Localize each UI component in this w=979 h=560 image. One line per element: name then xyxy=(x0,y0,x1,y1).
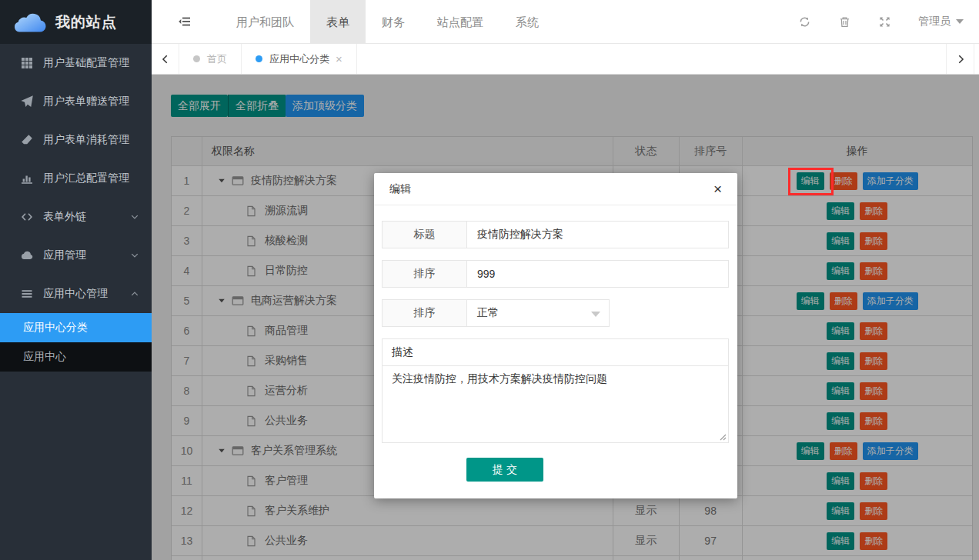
cloud-icon xyxy=(20,249,33,262)
modal-body: 标题疫情防控解决方案排序999排序正常 描述 关注疫情防控，用技术方案解决疫情防… xyxy=(374,205,737,482)
eraser-icon xyxy=(20,134,33,146)
sidebar-item-label: 用户表单消耗管理 xyxy=(43,133,129,147)
refresh-icon[interactable] xyxy=(784,16,824,28)
sidebar-item-label: 应用中心管理 xyxy=(43,287,108,301)
chevron-down-icon xyxy=(130,251,139,260)
tab-label: 首页 xyxy=(207,52,227,66)
topbar: 用户和团队表单财务站点配置系统 管理员 xyxy=(152,0,979,44)
description-value: 关注疫情防控，用技术方案解决疫情防控问题 xyxy=(392,372,607,385)
submit-button[interactable]: 提 交 xyxy=(466,458,543,482)
fullscreen-icon[interactable] xyxy=(864,16,904,28)
tabs: 首页应用中心分类× xyxy=(179,44,357,74)
send-icon xyxy=(20,95,33,108)
annotation-highlight-box xyxy=(788,168,834,195)
user-menu[interactable]: 管理员 xyxy=(904,15,979,28)
form-field: 排序999 xyxy=(382,260,729,288)
site-title: 我的站点 xyxy=(55,12,117,32)
sidebar-item-label: 用户表单赠送管理 xyxy=(43,95,129,108)
description-group: 描述 关注疫情防控，用技术方案解决疫情防控问题 xyxy=(382,338,729,443)
tabs-scroll-left-button[interactable] xyxy=(152,44,179,74)
chevron-up-icon xyxy=(130,289,139,298)
topnav: 用户和团队表单财务站点配置系统 xyxy=(220,0,555,44)
sidebar-subitem[interactable]: 应用中心分类 xyxy=(0,313,152,342)
sidebar-subitem[interactable]: 应用中心 xyxy=(0,342,152,372)
sort-input[interactable]: 999 xyxy=(467,261,728,287)
sidebar-item[interactable]: 用户表单消耗管理 xyxy=(0,121,152,159)
tab-dot xyxy=(193,55,200,62)
tab-dot xyxy=(256,55,262,62)
modal-fields: 标题疫情防控解决方案排序999排序正常 xyxy=(382,221,729,327)
sidebar-item[interactable]: 用户基础配置管理 xyxy=(0,44,152,82)
cloud-logo-icon xyxy=(12,11,48,34)
description-label: 描述 xyxy=(383,339,728,366)
grid-icon xyxy=(20,57,33,69)
topnav-item[interactable]: 财务 xyxy=(366,0,421,44)
status-select[interactable]: 正常 xyxy=(467,300,609,326)
close-icon[interactable]: × xyxy=(713,182,722,196)
code-icon xyxy=(20,211,33,223)
sidebar-menu: 用户基础配置管理用户表单赠送管理用户表单消耗管理用户汇总配置管理表单外链应用管理… xyxy=(0,44,152,313)
sidebar-item-label: 表单外链 xyxy=(43,210,86,224)
field-label: 排序 xyxy=(383,261,467,287)
sidebar-item[interactable]: 应用中心管理 xyxy=(0,275,152,313)
sidebar-item[interactable]: 用户表单赠送管理 xyxy=(0,82,152,121)
tab-label: 应用中心分类 xyxy=(269,52,329,66)
user-label: 管理员 xyxy=(918,15,951,28)
main-content: 全部展开全部折叠添加顶级分类 权限名称 状态 排序号 操作 1疫情防控解决方案编… xyxy=(152,75,979,560)
topnav-item[interactable]: 表单 xyxy=(310,0,366,44)
sidebar-item[interactable]: 应用管理 xyxy=(0,236,152,275)
logo[interactable]: 我的站点 xyxy=(0,0,152,44)
chevron-down-icon xyxy=(130,212,139,222)
select-caret-icon xyxy=(591,312,600,317)
edit-modal: 编辑 × 标题疫情防控解决方案排序999排序正常 描述 关注疫情防控，用技术方案… xyxy=(374,173,737,498)
tab[interactable]: 应用中心分类× xyxy=(242,44,357,74)
field-label: 标题 xyxy=(383,222,467,248)
bar-chart-icon xyxy=(20,172,33,185)
tab[interactable]: 首页 xyxy=(179,44,242,74)
sidebar-submenu: 应用中心分类应用中心 xyxy=(0,313,152,372)
form-field: 排序正常 xyxy=(382,299,610,327)
modal-title: 编辑 xyxy=(389,182,411,196)
sidebar-item-label: 应用管理 xyxy=(43,248,86,262)
tabbar-edge xyxy=(974,44,979,74)
field-label: 排序 xyxy=(383,300,467,326)
topnav-item[interactable]: 系统 xyxy=(500,0,555,44)
sidebar-item[interactable]: 用户汇总配置管理 xyxy=(0,159,152,198)
close-icon[interactable]: × xyxy=(336,52,342,65)
description-textarea[interactable]: 关注疫情防控，用技术方案解决疫情防控问题 xyxy=(383,366,728,442)
form-field: 标题疫情防控解决方案 xyxy=(382,221,729,248)
tabbar: 首页应用中心分类× xyxy=(152,44,979,75)
sidebar-item-label: 用户汇总配置管理 xyxy=(43,172,129,185)
sidebar-item-label: 用户基础配置管理 xyxy=(43,56,129,70)
modal-header: 编辑 × xyxy=(374,173,737,205)
tabbar-spacer xyxy=(357,44,946,74)
sidebar: 我的站点 用户基础配置管理用户表单赠送管理用户表单消耗管理用户汇总配置管理表单外… xyxy=(0,0,152,560)
sidebar-item[interactable]: 表单外链 xyxy=(0,198,152,236)
tabs-scroll-right-button[interactable] xyxy=(946,44,974,74)
resize-handle-icon[interactable] xyxy=(719,433,727,441)
topnav-item[interactable]: 站点配置 xyxy=(421,0,500,44)
title-input[interactable]: 疫情防控解决方案 xyxy=(467,222,728,248)
topnav-item[interactable]: 用户和团队 xyxy=(220,0,310,44)
topbar-right: 管理员 xyxy=(784,15,979,28)
trash-icon[interactable] xyxy=(824,16,864,28)
chevron-down-icon xyxy=(956,19,964,24)
collapse-menu-icon[interactable] xyxy=(152,15,220,28)
list-icon xyxy=(20,288,33,300)
topbar-icons xyxy=(784,16,904,28)
